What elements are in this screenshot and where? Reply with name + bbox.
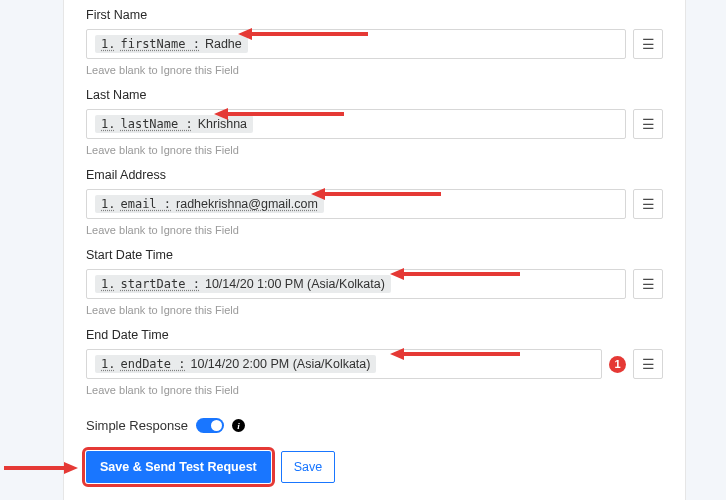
label-email: Email Address <box>86 166 663 182</box>
label-last-name: Last Name <box>86 86 663 102</box>
token-last-name: 1. lastName : Khrishna <box>95 115 253 133</box>
hint-start-date: Leave blank to Ignore this Field <box>86 304 663 316</box>
hamburger-icon: ☰ <box>642 276 655 292</box>
annotation-arrow <box>4 460 78 476</box>
input-end-date[interactable]: 1. endDate : 10/14/20 2:00 PM (Asia/Kolk… <box>86 349 602 379</box>
simple-response-label: Simple Response <box>86 418 188 433</box>
save-button[interactable]: Save <box>281 451 336 483</box>
simple-response-toggle[interactable] <box>196 418 224 433</box>
menu-button-start-date[interactable]: ☰ <box>633 269 663 299</box>
hamburger-icon: ☰ <box>642 196 655 212</box>
save-send-test-button[interactable]: Save & Send Test Request <box>86 451 271 483</box>
menu-button-last-name[interactable]: ☰ <box>633 109 663 139</box>
form-panel: First Name 1. firstName : Radhe ☰ Leave … <box>63 0 686 500</box>
token-start-date: 1. startDate : 10/14/20 1:00 PM (Asia/Ko… <box>95 275 391 293</box>
svg-rect-10 <box>4 466 66 470</box>
field-email: Email Address 1. email : radhekrishna@gm… <box>86 160 663 240</box>
input-email[interactable]: 1. email : radhekrishna@gmail.com <box>86 189 626 219</box>
info-icon[interactable] <box>232 419 245 432</box>
token-email: 1. email : radhekrishna@gmail.com <box>95 195 324 213</box>
input-start-date[interactable]: 1. startDate : 10/14/20 1:00 PM (Asia/Ko… <box>86 269 626 299</box>
hint-first-name: Leave blank to Ignore this Field <box>86 64 663 76</box>
simple-response-row: Simple Response <box>86 418 663 433</box>
label-start-date: Start Date Time <box>86 246 663 262</box>
field-end-date: End Date Time 1. endDate : 10/14/20 2:00… <box>86 320 663 400</box>
hamburger-icon: ☰ <box>642 36 655 52</box>
svg-marker-11 <box>64 462 78 474</box>
field-last-name: Last Name 1. lastName : Khrishna ☰ Leave… <box>86 80 663 160</box>
hamburger-icon: ☰ <box>642 116 655 132</box>
menu-button-end-date[interactable]: ☰ <box>633 349 663 379</box>
warning-badge[interactable]: 1 <box>609 356 626 373</box>
button-row: Save & Send Test Request Save <box>86 451 663 483</box>
hint-end-date: Leave blank to Ignore this Field <box>86 384 663 396</box>
hint-email: Leave blank to Ignore this Field <box>86 224 663 236</box>
token-first-name: 1. firstName : Radhe <box>95 35 248 53</box>
hint-last-name: Leave blank to Ignore this Field <box>86 144 663 156</box>
input-last-name[interactable]: 1. lastName : Khrishna <box>86 109 626 139</box>
input-first-name[interactable]: 1. firstName : Radhe <box>86 29 626 59</box>
menu-button-first-name[interactable]: ☰ <box>633 29 663 59</box>
hamburger-icon: ☰ <box>642 356 655 372</box>
field-start-date: Start Date Time 1. startDate : 10/14/20 … <box>86 240 663 320</box>
label-first-name: First Name <box>86 6 663 22</box>
label-end-date: End Date Time <box>86 326 663 342</box>
menu-button-email[interactable]: ☰ <box>633 189 663 219</box>
field-first-name: First Name 1. firstName : Radhe ☰ Leave … <box>86 0 663 80</box>
token-end-date: 1. endDate : 10/14/20 2:00 PM (Asia/Kolk… <box>95 355 376 373</box>
